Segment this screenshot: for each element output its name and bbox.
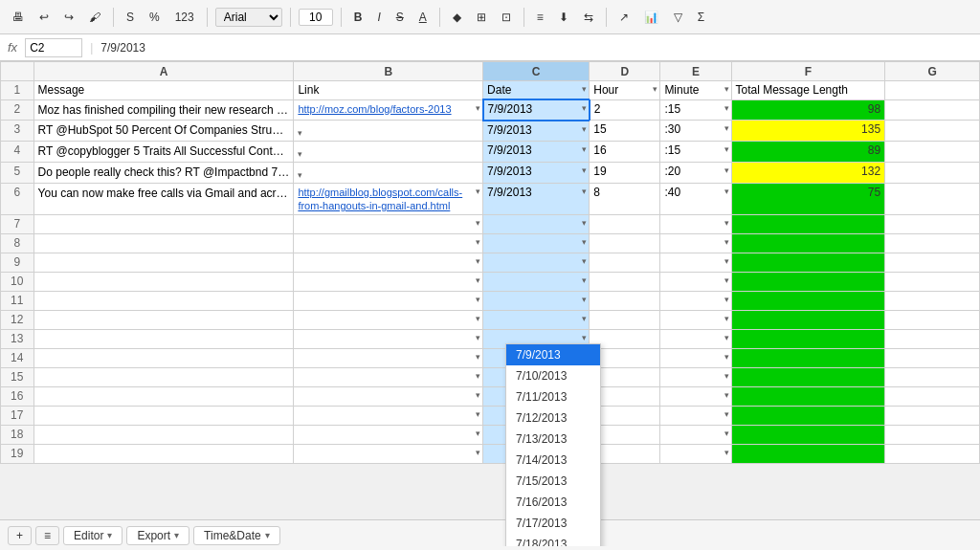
print-button[interactable]: 🖶	[8, 8, 29, 27]
dropdown-item[interactable]: 7/9/2013	[506, 344, 600, 365]
cell-d3[interactable]: 15	[590, 121, 660, 142]
header-minute[interactable]: Minute ▾	[660, 81, 731, 100]
e16-arrow[interactable]: ▾	[724, 390, 729, 400]
cell-e7[interactable]: ▾	[660, 215, 731, 234]
export-tab[interactable]: Export ▾	[126, 526, 189, 545]
cell-e6[interactable]: :40 ▾	[660, 183, 731, 215]
e17-arrow[interactable]: ▾	[724, 409, 729, 419]
cell-c11[interactable]: ▾	[483, 292, 590, 311]
cell-b10[interactable]: ▾	[294, 273, 483, 292]
cell-a7[interactable]	[33, 215, 294, 234]
timedate-tab[interactable]: Time&Date ▾	[193, 526, 280, 545]
cell-b19[interactable]: ▾	[294, 445, 483, 464]
e15-arrow[interactable]: ▾	[724, 371, 729, 381]
header-total[interactable]: Total Message Length	[731, 81, 885, 100]
b7-arrow[interactable]: ▾	[476, 218, 480, 228]
font-selector[interactable]: Arial	[215, 8, 282, 27]
cell-a9[interactable]	[33, 253, 294, 273]
e19-arrow[interactable]: ▾	[724, 448, 729, 457]
cell-c5[interactable]: 7/9/2013 ▾	[483, 162, 590, 183]
cell-a13[interactable]	[33, 330, 294, 349]
c13-arrow[interactable]: ▾	[582, 333, 587, 342]
dropdown-item[interactable]: 7/17/2013	[506, 513, 600, 534]
e18-arrow[interactable]: ▾	[724, 429, 729, 438]
cell-a8[interactable]	[33, 234, 294, 253]
b11-arrow[interactable]: ▾	[476, 295, 480, 304]
cell-e9[interactable]: ▾	[660, 253, 731, 273]
cell-e4[interactable]: :15 ▾	[660, 142, 731, 163]
date-header-arrow[interactable]: ▾	[582, 84, 587, 94]
border-button[interactable]: ⊞	[472, 8, 491, 27]
currency-button[interactable]: S	[122, 8, 139, 27]
cell-b8[interactable]: ▾	[294, 234, 483, 253]
date-dropdown[interactable]: 7/9/20137/10/20137/11/20137/12/20137/13/…	[505, 343, 601, 546]
cell-f7[interactable]: 0	[731, 215, 885, 234]
cell-f12[interactable]: 0	[731, 311, 885, 330]
dropdown-item[interactable]: 7/15/2013	[506, 471, 600, 492]
cell-c10[interactable]: ▾	[483, 273, 590, 292]
cell-a17[interactable]	[33, 407, 294, 426]
col-header-d[interactable]: D	[590, 62, 660, 81]
c3-arrow[interactable]: ▾	[582, 124, 587, 134]
sheet-list-button[interactable]: ≡	[35, 526, 59, 545]
c5-arrow[interactable]: ▾	[582, 165, 587, 175]
rotate-button[interactable]: ↗	[614, 8, 634, 27]
c12-arrow[interactable]: ▾	[582, 314, 587, 323]
b12-arrow[interactable]: ▾	[476, 314, 480, 323]
e14-arrow[interactable]: ▾	[724, 352, 729, 362]
cell-a6[interactable]: You can now make free calls via Gmail an…	[33, 183, 294, 215]
cell-a16[interactable]	[33, 387, 294, 407]
dropdown-scroll[interactable]: 7/9/20137/10/20137/11/20137/12/20137/13/…	[506, 344, 600, 546]
merge-button[interactable]: ⊡	[497, 8, 516, 27]
cell-f16[interactable]: 0	[731, 387, 885, 407]
b5-arrow[interactable]: ▾	[298, 170, 302, 180]
c6-arrow[interactable]: ▾	[582, 187, 587, 196]
header-date[interactable]: Date ▾	[483, 81, 590, 100]
hour-header-arrow[interactable]: ▾	[653, 84, 657, 94]
header-message[interactable]: Message	[33, 81, 294, 100]
cell-f11[interactable]: 0	[731, 292, 885, 311]
cell-b18[interactable]: ▾	[294, 426, 483, 445]
cell-e2[interactable]: :15 ▾	[660, 99, 731, 121]
cell-b12[interactable]: ▾	[294, 311, 483, 330]
cell-b13[interactable]: ▾	[294, 330, 483, 349]
c11-arrow[interactable]: ▾	[582, 295, 587, 304]
e4-arrow[interactable]: ▾	[724, 144, 729, 154]
cell-a3[interactable]: RT @HubSpot 50 Percent Of Companies Stru…	[33, 121, 294, 142]
dropdown-item[interactable]: 7/18/2013	[506, 534, 600, 546]
cell-e14[interactable]: ▾	[660, 349, 731, 368]
strikethrough-button[interactable]: S	[391, 8, 409, 27]
cell-a15[interactable]	[33, 368, 294, 387]
cell-c2[interactable]: 7/9/2013 ▾	[483, 99, 590, 121]
col-header-f[interactable]: F	[731, 62, 885, 81]
b13-arrow[interactable]: ▾	[476, 333, 480, 342]
cell-c8[interactable]: ▾	[483, 234, 590, 253]
b8-arrow[interactable]: ▾	[476, 237, 480, 247]
b10-arrow[interactable]: ▾	[476, 275, 480, 285]
cell-b11[interactable]: ▾	[294, 292, 483, 311]
cell-f9[interactable]: 0	[731, 253, 885, 273]
dropdown-item[interactable]: 7/13/2013	[506, 429, 600, 450]
percent-button[interactable]: %	[145, 8, 165, 27]
e8-arrow[interactable]: ▾	[724, 237, 729, 247]
format-button[interactable]: 123	[170, 8, 199, 27]
c8-arrow[interactable]: ▾	[582, 237, 587, 247]
cell-f6[interactable]: 75	[731, 183, 885, 215]
dropdown-item[interactable]: 7/12/2013	[506, 407, 600, 429]
cell-d6[interactable]: 8	[590, 183, 660, 215]
cell-f3[interactable]: 135	[731, 121, 885, 142]
cell-f17[interactable]: 0	[731, 407, 885, 426]
cell-a11[interactable]	[33, 292, 294, 311]
cell-a4[interactable]: RT @copyblogger 5 Traits All Successful …	[33, 142, 294, 163]
cell-c9[interactable]: ▾	[483, 253, 590, 273]
bold-button[interactable]: B	[349, 8, 368, 27]
cell-a5[interactable]: Do people really check this? RT @Impactb…	[33, 162, 294, 183]
b14-arrow[interactable]: ▾	[476, 352, 480, 362]
cell-d5[interactable]: 19	[590, 162, 660, 183]
undo-button[interactable]: ↩	[34, 8, 54, 27]
cell-f8[interactable]: 0	[731, 234, 885, 253]
align-button[interactable]: ≡	[532, 8, 548, 27]
e9-arrow[interactable]: ▾	[724, 256, 729, 266]
cell-c12[interactable]: ▾	[483, 311, 590, 330]
e13-arrow[interactable]: ▾	[724, 333, 729, 342]
